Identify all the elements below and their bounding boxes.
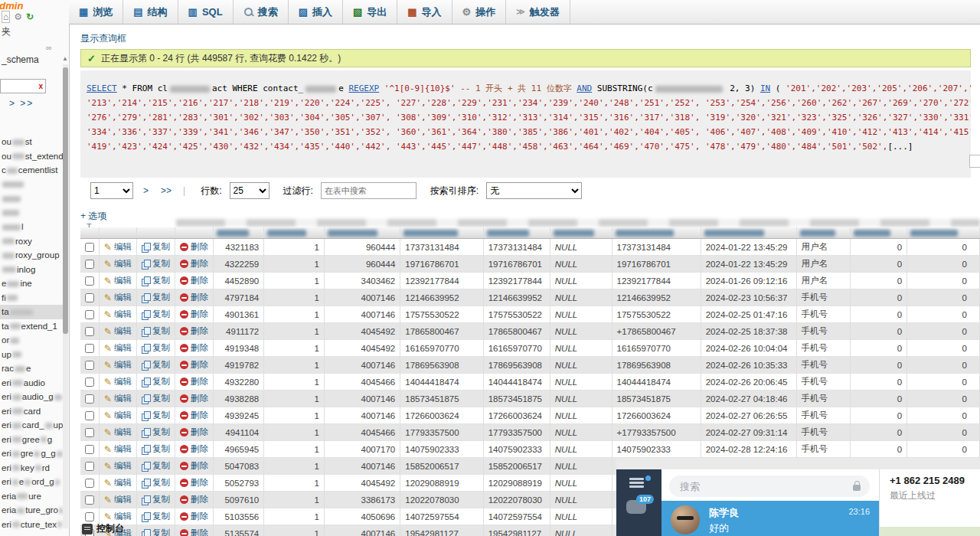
tab-search[interactable]: 搜索	[234, 0, 289, 24]
chat-list-item[interactable]: 陈学良 23:16 好的	[662, 501, 879, 536]
edit-row-link[interactable]: 编辑	[114, 427, 132, 436]
row-checkbox[interactable]	[85, 243, 94, 252]
delete-row-link[interactable]: 删除	[191, 528, 208, 536]
delete-row-link[interactable]: 删除	[191, 444, 208, 453]
tab-export[interactable]: ▧导出	[343, 0, 397, 24]
copy-row-link[interactable]: 复制	[152, 343, 170, 352]
filter-rows-input[interactable]	[321, 182, 416, 199]
edit-row-link[interactable]: 编辑	[114, 326, 132, 335]
copy-row-link[interactable]: 复制	[152, 444, 170, 453]
reload-icon[interactable]: ↻	[26, 11, 34, 22]
sidebar-table-item[interactable]: erigreeg	[0, 433, 63, 447]
copy-row-link[interactable]: 复制	[152, 495, 170, 504]
row-checkbox[interactable]	[85, 310, 94, 319]
hamburger-menu-icon[interactable]	[629, 478, 644, 480]
edit-row-link[interactable]: 编辑	[114, 293, 132, 302]
lock-icon[interactable]	[853, 485, 861, 491]
next-page-link[interactable]: >	[141, 185, 151, 196]
delete-row-link[interactable]: 删除	[191, 511, 208, 521]
copy-row-link[interactable]: 复制	[152, 377, 170, 386]
edit-row-link[interactable]: 编辑	[114, 309, 132, 319]
sidebar-table-item[interactable]: ericard	[0, 404, 63, 419]
edit-row-link[interactable]: 编辑	[114, 461, 132, 470]
copy-row-link[interactable]: 复制	[152, 461, 170, 470]
home-icon[interactable]: ⌂	[2, 11, 10, 23]
sidebar-table-item[interactable]: or	[0, 333, 63, 348]
edit-row-link[interactable]: 编辑	[114, 377, 132, 386]
tab-browse[interactable]: ▦浏览	[69, 0, 123, 24]
schema-item[interactable]: _schema	[2, 54, 39, 65]
sidebar-table-item[interactable]: fi	[0, 291, 63, 306]
contact-phone[interactable]: +1 862 215 2489	[890, 475, 965, 486]
chat-search-box[interactable]	[669, 476, 870, 497]
edit-row-link[interactable]: 编辑	[114, 495, 132, 504]
delete-row-link[interactable]: 删除	[191, 410, 208, 420]
row-checkbox[interactable]	[85, 276, 94, 286]
row-checkbox[interactable]	[85, 512, 94, 521]
row-checkbox[interactable]	[85, 411, 94, 420]
copy-row-link[interactable]: 复制	[152, 276, 170, 285]
tab-insert[interactable]: ▨插入	[289, 0, 343, 24]
sidebar-table-item[interactable]: up	[0, 348, 63, 362]
sidebar-table-item[interactable]: ericture_tex	[0, 518, 63, 532]
sidebar-table-item[interactable]: eriaudio_g	[0, 390, 63, 404]
row-checkbox[interactable]	[85, 361, 94, 370]
sidebar-table-item[interactable]: eriature_gro	[0, 503, 63, 518]
copy-row-link[interactable]: 复制	[152, 427, 170, 436]
edit-row-link[interactable]: 编辑	[114, 360, 132, 369]
clear-search-icon[interactable]: x	[38, 82, 45, 90]
delete-row-link[interactable]: 删除	[191, 377, 208, 386]
tab-sql[interactable]: ▥SQL	[178, 0, 234, 24]
row-checkbox[interactable]	[85, 293, 94, 302]
tab-operations[interactable]: ⚙操作	[452, 0, 507, 24]
copy-row-link[interactable]: 复制	[152, 360, 170, 369]
sidebar-table-item[interactable]: ccementlist	[0, 163, 63, 178]
sidebar-table-item[interactable]: eriaudio	[0, 376, 63, 391]
delete-row-link[interactable]: 删除	[191, 242, 208, 251]
edit-row-link[interactable]: 编辑	[114, 343, 132, 352]
sidebar-table-item[interactable]: roxy_group	[0, 248, 63, 263]
edit-row-link[interactable]: 编辑	[114, 444, 132, 453]
sidebar-table-item[interactable]: taextend_1	[0, 319, 63, 334]
edit-row-link[interactable]: 编辑	[114, 410, 132, 420]
delete-row-link[interactable]: 删除	[191, 360, 208, 369]
delete-row-link[interactable]: 删除	[191, 394, 208, 403]
scroll-up-arrow-icon[interactable]: ▲	[62, 55, 68, 62]
row-checkbox[interactable]	[85, 428, 94, 437]
show-query-box-link[interactable]: 显示查询框	[80, 32, 126, 45]
copy-row-link[interactable]: 复制	[152, 242, 170, 251]
sidebar-table-item[interactable]: l	[0, 220, 63, 234]
delete-row-link[interactable]: 删除	[191, 427, 208, 436]
delete-row-link[interactable]: 删除	[191, 259, 208, 268]
sidebar-search-input[interactable]	[5, 81, 38, 91]
edit-row-link[interactable]: 编辑	[114, 259, 132, 268]
delete-row-link[interactable]: 删除	[191, 495, 208, 504]
tab-triggers[interactable]: ≫触发器	[506, 0, 570, 24]
edit-row-link[interactable]: 编辑	[114, 511, 132, 521]
delete-row-link[interactable]: 删除	[191, 276, 208, 285]
copy-row-link[interactable]: 复制	[152, 511, 170, 521]
last-page-link[interactable]: >>	[158, 185, 174, 196]
tab-import[interactable]: ▩导入	[397, 0, 452, 24]
console-button[interactable]: 控制台	[82, 522, 124, 535]
sidebar-pager-next[interactable]: >	[9, 98, 16, 109]
sidebar-table-item[interactable]: erikeyrd	[0, 461, 63, 476]
sidebar-scrollbar[interactable]	[63, 64, 68, 528]
row-checkbox[interactable]	[85, 344, 94, 353]
sidebar-table-item[interactable]: ericard_up	[0, 418, 63, 433]
options-toggle-link[interactable]: + 选项	[80, 210, 106, 223]
edit-row-link[interactable]: 编辑	[114, 276, 132, 285]
scrollbar-thumb[interactable]	[63, 67, 68, 334]
delete-row-link[interactable]: 删除	[191, 343, 208, 352]
delete-row-link[interactable]: 删除	[191, 309, 208, 319]
delete-row-link[interactable]: 删除	[191, 293, 208, 302]
row-checkbox[interactable]	[85, 327, 94, 336]
delete-row-link[interactable]: 删除	[191, 478, 208, 487]
sidebar-table-item[interactable]: oust_extend_	[0, 149, 63, 164]
sidebar-pager-last[interactable]: >>	[20, 98, 34, 109]
sidebar-table-item[interactable]: erieord_g	[0, 475, 63, 489]
row-checkbox[interactable]	[85, 479, 94, 488]
row-checkbox[interactable]	[85, 445, 94, 454]
delete-row-link[interactable]: 删除	[191, 326, 208, 335]
tab-structure[interactable]: ▤结构	[123, 0, 178, 24]
